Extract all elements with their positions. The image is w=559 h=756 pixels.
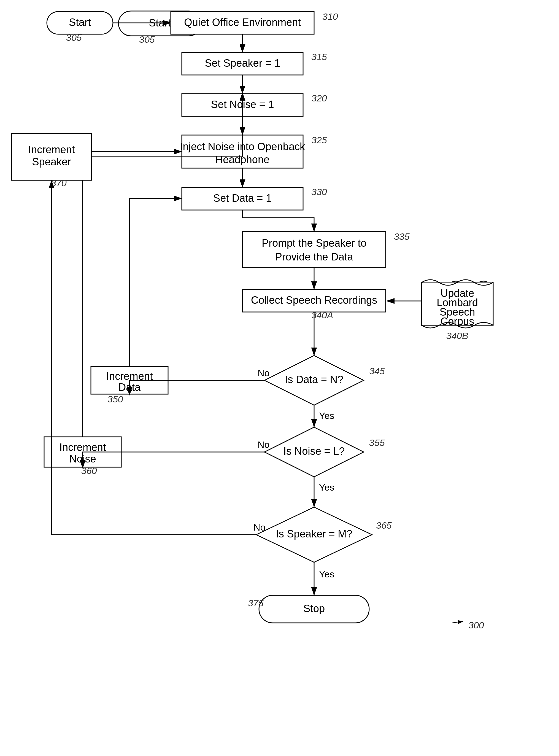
- arrow-incdata-setdata: [130, 198, 181, 366]
- prompt-speaker-text2: Provide the Data: [275, 251, 353, 263]
- arrow-isspeaker-incspeaker: [51, 181, 256, 535]
- increment-speaker-text1: Increment: [28, 144, 75, 155]
- is-speaker-no-label: No: [253, 522, 265, 532]
- is-speaker-m-ref: 365: [376, 520, 392, 531]
- is-noise-l-text: Is Noise = L?: [284, 445, 345, 457]
- is-noise-yes-label: Yes: [319, 482, 334, 492]
- is-speaker-m-text: Is Speaker = M?: [276, 528, 352, 540]
- update-lombard-ref: 340B: [446, 331, 468, 341]
- inject-noise-ref: 325: [311, 135, 327, 145]
- set-noise-ref: 320: [311, 93, 327, 103]
- quiet-office-ref: 310: [322, 11, 338, 22]
- set-data-text: Set Data = 1: [213, 192, 272, 204]
- stop-ref: 375: [248, 598, 264, 608]
- diagram-ref-arrow: [452, 622, 463, 623]
- start-text: Start: [69, 17, 91, 28]
- increment-speaker-text2: Speaker: [32, 156, 71, 168]
- increment-data-ref: 350: [108, 394, 123, 404]
- increment-noise-text1: Increment: [60, 442, 106, 453]
- set-speaker-ref: 315: [311, 51, 327, 62]
- is-speaker-yes-label: Yes: [319, 569, 334, 579]
- set-speaker-text: Set Speaker = 1: [205, 57, 280, 69]
- quiet-office-text: Quiet Office Environment: [184, 17, 301, 28]
- is-data-n-text: Is Data = N?: [285, 374, 343, 385]
- increment-speaker-ref: 370: [51, 178, 67, 188]
- diagram-ref-label: 300: [468, 620, 484, 630]
- collect-speech-ref: 340A: [311, 310, 333, 320]
- stop-text: Stop: [303, 603, 325, 614]
- is-data-yes-label: Yes: [319, 410, 334, 421]
- flowchart-diagram: Start 305 Start 305 Quiet Office Environ…: [0, 0, 559, 756]
- is-data-no-label: No: [258, 368, 269, 378]
- set-data-ref: 330: [311, 186, 327, 197]
- collect-speech-text: Collect Speech Recordings: [251, 294, 377, 306]
- is-data-n-ref: 345: [369, 366, 385, 376]
- is-noise-l-ref: 355: [369, 438, 385, 448]
- increment-noise-ref: 360: [81, 466, 97, 476]
- start-ref: 305: [139, 34, 155, 45]
- update-lombard-t4: Corpus: [441, 316, 474, 327]
- prompt-speaker-ref: 335: [394, 231, 410, 242]
- is-noise-no-label: No: [258, 439, 269, 450]
- prompt-speaker-text1: Prompt the Speaker to: [262, 237, 366, 249]
- start-ref-label: 305: [66, 32, 82, 43]
- arrow-setdata-prompt: [242, 210, 314, 231]
